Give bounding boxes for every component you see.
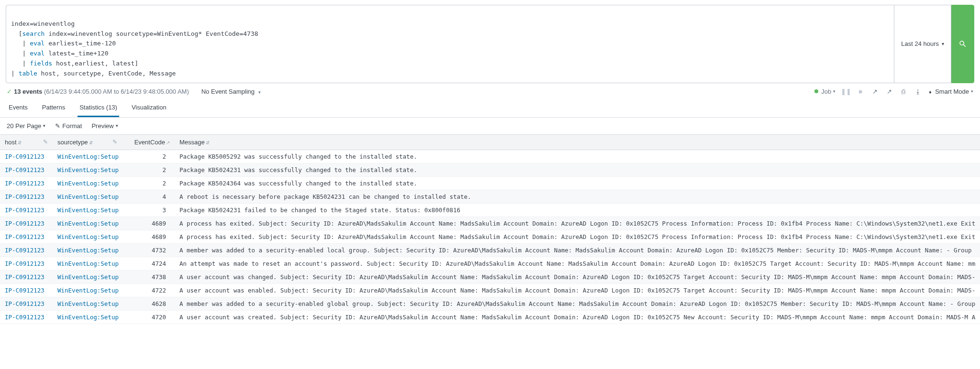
cell-host[interactable]: IP-C0912123 bbox=[0, 310, 53, 324]
table-row: IP-C0912123WinEventLog:Setup4A reboot is… bbox=[0, 190, 980, 203]
cell-host[interactable]: IP-C0912123 bbox=[0, 257, 53, 270]
cell-host[interactable]: IP-C0912123 bbox=[0, 176, 53, 190]
cell-message: A member was added to a security-enabled… bbox=[175, 297, 980, 310]
cell-host[interactable]: IP-C0912123 bbox=[0, 283, 53, 297]
cell-sourcetype[interactable]: WinEventLog:Setup bbox=[53, 217, 122, 230]
cell-message: Package KB5005292 was successfully chang… bbox=[175, 150, 980, 163]
preview-dropdown[interactable]: Preview ▾ bbox=[91, 122, 118, 130]
sort-icon: ⇵ bbox=[206, 140, 210, 145]
cell-eventcode: 4720 bbox=[122, 310, 175, 324]
cell-message: A user account was changed. Subject: Sec… bbox=[175, 270, 980, 283]
chevron-down-icon: ▾ bbox=[258, 90, 261, 95]
pencil-icon[interactable]: ✎ bbox=[43, 139, 48, 145]
search-bar-row: index=wineventlog [search index=winevent… bbox=[0, 0, 980, 83]
share-button[interactable]: ↗ bbox=[885, 88, 893, 95]
sort-icon: ↗ bbox=[166, 140, 170, 145]
cell-message: A user account was enabled. Subject: Sec… bbox=[175, 283, 980, 297]
tab-visualization[interactable]: Visualization bbox=[130, 99, 168, 117]
job-dropdown[interactable]: Job ▾ bbox=[814, 88, 835, 95]
chevron-down-icon: ▾ bbox=[971, 89, 973, 94]
cell-host[interactable]: IP-C0912123 bbox=[0, 163, 53, 176]
cell-eventcode: 2 bbox=[122, 163, 175, 176]
table-row: IP-C0912123WinEventLog:Setup3Package KB5… bbox=[0, 203, 980, 217]
column-header-eventcode[interactable]: EventCode↗ bbox=[122, 134, 175, 150]
cell-eventcode: 4738 bbox=[122, 270, 175, 283]
cell-eventcode: 3 bbox=[122, 203, 175, 217]
cell-eventcode: 4 bbox=[122, 190, 175, 203]
search-icon bbox=[958, 40, 967, 48]
cell-sourcetype[interactable]: WinEventLog:Setup bbox=[53, 230, 122, 243]
search-editor[interactable]: index=wineventlog [search index=winevent… bbox=[6, 5, 894, 83]
reload-button[interactable]: ↗ bbox=[871, 88, 879, 95]
cell-eventcode: 4732 bbox=[122, 243, 175, 257]
pause-button[interactable]: ❚❚ bbox=[842, 88, 850, 95]
table-row: IP-C0912123WinEventLog:Setup4724An attem… bbox=[0, 257, 980, 270]
results-toolbar: 20 Per Page ▾ ✎ Format Preview ▾ bbox=[0, 118, 980, 134]
cell-sourcetype[interactable]: WinEventLog:Setup bbox=[53, 270, 122, 283]
pencil-icon[interactable]: ✎ bbox=[112, 139, 117, 145]
cell-host[interactable]: IP-C0912123 bbox=[0, 150, 53, 163]
cell-sourcetype[interactable]: WinEventLog:Setup bbox=[53, 297, 122, 310]
stop-button[interactable]: ■ bbox=[857, 88, 864, 95]
cell-message: A process has exited. Subject: Security … bbox=[175, 217, 980, 230]
cell-eventcode: 4722 bbox=[122, 283, 175, 297]
chevron-down-icon: ▾ bbox=[942, 41, 944, 46]
cell-sourcetype[interactable]: WinEventLog:Setup bbox=[53, 203, 122, 217]
table-row: IP-C0912123WinEventLog:Setup4738A user a… bbox=[0, 270, 980, 283]
tabs-row: Events Patterns Statistics (13) Visualiz… bbox=[0, 99, 980, 118]
table-row: IP-C0912123WinEventLog:Setup2Package KB5… bbox=[0, 163, 980, 176]
cell-message: A member was added to a security-enabled… bbox=[175, 243, 980, 257]
cell-sourcetype[interactable]: WinEventLog:Setup bbox=[53, 243, 122, 257]
table-row: IP-C0912123WinEventLog:Setup4689A proces… bbox=[0, 217, 980, 230]
cell-host[interactable]: IP-C0912123 bbox=[0, 203, 53, 217]
cell-sourcetype[interactable]: WinEventLog:Setup bbox=[53, 310, 122, 324]
smart-mode-dropdown[interactable]: ⬧ Smart Mode ▾ bbox=[928, 88, 973, 95]
chevron-down-icon: ▾ bbox=[43, 123, 45, 128]
cell-message: Package KB5024364 was successfully chang… bbox=[175, 176, 980, 190]
cell-host[interactable]: IP-C0912123 bbox=[0, 270, 53, 283]
tab-events[interactable]: Events bbox=[7, 99, 30, 117]
cell-host[interactable]: IP-C0912123 bbox=[0, 190, 53, 203]
tab-patterns[interactable]: Patterns bbox=[40, 99, 67, 117]
column-header-message[interactable]: Message⇵ bbox=[175, 134, 980, 150]
time-range-text: (6/14/23 9:44:05.000 AM to 6/14/23 9:48:… bbox=[44, 88, 189, 95]
cell-sourcetype[interactable]: WinEventLog:Setup bbox=[53, 190, 122, 203]
download-button[interactable]: ⭳ bbox=[914, 88, 922, 95]
cell-eventcode: 4628 bbox=[122, 297, 175, 310]
cell-eventcode: 4724 bbox=[122, 257, 175, 270]
cell-host[interactable]: IP-C0912123 bbox=[0, 217, 53, 230]
chevron-down-icon: ▾ bbox=[116, 123, 118, 128]
table-row: IP-C0912123WinEventLog:Setup4722A user a… bbox=[0, 283, 980, 297]
table-row: IP-C0912123WinEventLog:Setup4628A member… bbox=[0, 297, 980, 310]
cell-sourcetype[interactable]: WinEventLog:Setup bbox=[53, 150, 122, 163]
cell-sourcetype[interactable]: WinEventLog:Setup bbox=[53, 283, 122, 297]
pencil-icon: ✎ bbox=[55, 122, 60, 130]
table-row: IP-C0912123WinEventLog:Setup4720A user a… bbox=[0, 310, 980, 324]
sort-icon: ⇵ bbox=[18, 140, 22, 145]
results-table-wrap: host⇵ ✎ sourcetype⇵ ✎ EventCode↗ bbox=[0, 134, 980, 324]
check-icon: ✓ bbox=[7, 88, 12, 95]
column-header-sourcetype[interactable]: sourcetype⇵ ✎ bbox=[53, 134, 122, 150]
status-dot-icon bbox=[814, 89, 818, 93]
table-row: IP-C0912123WinEventLog:Setup2Package KB5… bbox=[0, 150, 980, 163]
cell-message: An attempt was made to reset an account'… bbox=[175, 257, 980, 270]
cell-sourcetype[interactable]: WinEventLog:Setup bbox=[53, 257, 122, 270]
print-button[interactable]: ⎙ bbox=[900, 88, 907, 95]
cell-eventcode: 4689 bbox=[122, 217, 175, 230]
cell-host[interactable]: IP-C0912123 bbox=[0, 230, 53, 243]
events-count: 13 events bbox=[14, 88, 42, 95]
search-button[interactable] bbox=[951, 5, 974, 83]
time-picker[interactable]: Last 24 hours ▾ bbox=[894, 5, 951, 83]
status-row: ✓ 13 events (6/14/23 9:44:05.000 AM to 6… bbox=[0, 83, 980, 99]
format-button[interactable]: ✎ Format bbox=[55, 122, 82, 130]
tab-statistics[interactable]: Statistics (13) bbox=[78, 99, 119, 117]
cell-sourcetype[interactable]: WinEventLog:Setup bbox=[53, 163, 122, 176]
per-page-dropdown[interactable]: 20 Per Page ▾ bbox=[7, 122, 45, 130]
column-header-host[interactable]: host⇵ ✎ bbox=[0, 134, 53, 150]
cell-message: Package KB5024231 was successfully chang… bbox=[175, 163, 980, 176]
cell-sourcetype[interactable]: WinEventLog:Setup bbox=[53, 176, 122, 190]
cell-host[interactable]: IP-C0912123 bbox=[0, 243, 53, 257]
event-sampling-dropdown[interactable]: No Event Sampling ▾ bbox=[201, 88, 261, 95]
cell-message: Package KB5024231 failed to be changed t… bbox=[175, 203, 980, 217]
cell-host[interactable]: IP-C0912123 bbox=[0, 297, 53, 310]
